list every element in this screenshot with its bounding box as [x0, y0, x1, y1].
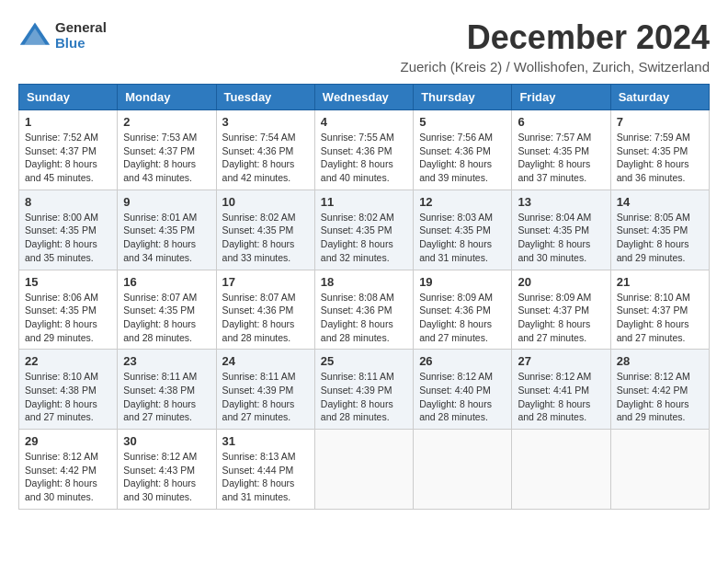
day-info: Sunrise: 7:52 AMSunset: 4:37 PMDaylight:…	[25, 131, 111, 185]
day-info-line: Sunset: 4:37 PM	[518, 304, 589, 316]
day-info: Sunrise: 8:11 AMSunset: 4:38 PMDaylight:…	[123, 370, 210, 424]
day-info: Sunrise: 7:53 AMSunset: 4:37 PMDaylight:…	[123, 131, 210, 185]
day-info-line: Sunrise: 8:13 AM	[222, 451, 296, 462]
day-info: Sunrise: 8:02 AMSunset: 4:35 PMDaylight:…	[321, 211, 407, 265]
day-info-line: Daylight: 8 hours and 27 minutes.	[25, 398, 97, 423]
calendar-week-3: 22Sunrise: 8:10 AMSunset: 4:38 PMDayligh…	[19, 350, 710, 430]
day-info-line: Sunrise: 7:53 AM	[123, 132, 197, 143]
day-info: Sunrise: 8:07 AMSunset: 4:35 PMDaylight:…	[123, 291, 210, 345]
day-info-line: Daylight: 8 hours and 43 minutes.	[123, 158, 196, 183]
day-info-line: Sunrise: 8:12 AM	[419, 371, 493, 382]
day-info-line: Sunrise: 7:54 AM	[222, 132, 296, 143]
calendar-cell: 30Sunrise: 8:12 AMSunset: 4:43 PMDayligh…	[118, 430, 216, 510]
day-number: 14	[617, 195, 703, 209]
day-info-line: Sunset: 4:38 PM	[25, 385, 97, 396]
day-number: 7	[617, 115, 703, 129]
day-info-line: Sunrise: 8:12 AM	[617, 371, 690, 382]
day-info-line: Daylight: 8 hours and 29 minutes.	[617, 238, 689, 263]
day-info: Sunrise: 8:12 AMSunset: 4:42 PMDaylight:…	[25, 450, 111, 504]
day-info: Sunrise: 8:09 AMSunset: 4:36 PMDaylight:…	[419, 291, 506, 345]
calendar-cell: 21Sunrise: 8:10 AMSunset: 4:37 PMDayligh…	[610, 270, 709, 350]
day-number: 28	[617, 354, 703, 368]
day-info: Sunrise: 7:59 AMSunset: 4:35 PMDaylight:…	[617, 131, 703, 185]
calendar-cell: 17Sunrise: 8:07 AMSunset: 4:36 PMDayligh…	[216, 270, 314, 350]
day-info: Sunrise: 8:04 AMSunset: 4:35 PMDaylight:…	[518, 211, 604, 265]
calendar-cell: 23Sunrise: 8:11 AMSunset: 4:38 PMDayligh…	[118, 350, 216, 430]
day-number: 12	[419, 195, 506, 209]
day-info-line: Daylight: 8 hours and 28 minutes.	[518, 398, 590, 423]
day-number: 25	[321, 354, 407, 368]
day-info: Sunrise: 8:13 AMSunset: 4:44 PMDaylight:…	[222, 450, 309, 504]
day-number: 19	[419, 275, 506, 289]
calendar-cell: 1Sunrise: 7:52 AMSunset: 4:37 PMDaylight…	[19, 110, 118, 190]
day-info-line: Daylight: 8 hours and 27 minutes.	[123, 398, 196, 423]
header-friday: Friday	[512, 85, 610, 110]
day-info-line: Daylight: 8 hours and 28 minutes.	[222, 318, 295, 343]
day-info-line: Sunset: 4:35 PM	[518, 224, 589, 236]
day-info-line: Sunrise: 7:59 AM	[617, 132, 690, 143]
day-info-line: Sunset: 4:35 PM	[25, 304, 97, 316]
logo-general: General	[55, 19, 107, 35]
day-info: Sunrise: 7:56 AMSunset: 4:36 PMDaylight:…	[419, 131, 506, 185]
day-info: Sunrise: 8:10 AMSunset: 4:37 PMDaylight:…	[617, 291, 703, 345]
day-info-line: Daylight: 8 hours and 28 minutes.	[321, 398, 393, 423]
header-thursday: Thursday	[414, 85, 512, 110]
calendar-cell: 13Sunrise: 8:04 AMSunset: 4:35 PMDayligh…	[512, 190, 610, 270]
day-info-line: Sunrise: 8:08 AM	[321, 292, 394, 303]
day-number: 17	[222, 275, 309, 289]
day-info-line: Sunrise: 8:11 AM	[222, 371, 296, 382]
day-info: Sunrise: 7:55 AMSunset: 4:36 PMDaylight:…	[321, 131, 407, 185]
day-info-line: Daylight: 8 hours and 42 minutes.	[222, 158, 295, 183]
calendar-cell: 8Sunrise: 8:00 AMSunset: 4:35 PMDaylight…	[19, 190, 118, 270]
day-info-line: Sunrise: 8:05 AM	[617, 212, 690, 223]
calendar-cell	[314, 430, 413, 510]
calendar-cell: 31Sunrise: 8:13 AMSunset: 4:44 PMDayligh…	[216, 430, 314, 510]
day-info-line: Daylight: 8 hours and 28 minutes.	[321, 318, 393, 343]
day-info: Sunrise: 8:12 AMSunset: 4:43 PMDaylight:…	[123, 450, 210, 504]
day-info: Sunrise: 8:11 AMSunset: 4:39 PMDaylight:…	[222, 370, 309, 424]
day-info-line: Sunset: 4:35 PM	[123, 224, 195, 236]
day-number: 8	[25, 195, 111, 209]
calendar-cell: 28Sunrise: 8:12 AMSunset: 4:42 PMDayligh…	[610, 350, 709, 430]
calendar-cell: 16Sunrise: 8:07 AMSunset: 4:35 PMDayligh…	[118, 270, 216, 350]
day-number: 26	[419, 354, 506, 368]
month-title: December 2024	[400, 18, 710, 57]
day-info: Sunrise: 8:01 AMSunset: 4:35 PMDaylight:…	[123, 211, 210, 265]
calendar-cell: 18Sunrise: 8:08 AMSunset: 4:36 PMDayligh…	[314, 270, 413, 350]
calendar-cell	[512, 430, 610, 510]
day-info-line: Daylight: 8 hours and 31 minutes.	[419, 238, 492, 263]
day-info-line: Sunset: 4:43 PM	[123, 465, 195, 476]
day-info-line: Sunrise: 7:57 AM	[518, 132, 591, 143]
calendar-cell: 19Sunrise: 8:09 AMSunset: 4:36 PMDayligh…	[414, 270, 512, 350]
calendar-cell: 2Sunrise: 7:53 AMSunset: 4:37 PMDaylight…	[118, 110, 216, 190]
day-info-line: Sunrise: 7:55 AM	[321, 132, 394, 143]
day-info-line: Daylight: 8 hours and 35 minutes.	[25, 238, 97, 263]
logo-blue: Blue	[55, 35, 107, 51]
day-info: Sunrise: 8:09 AMSunset: 4:37 PMDaylight:…	[518, 291, 604, 345]
day-number: 30	[123, 434, 210, 448]
day-info-line: Daylight: 8 hours and 27 minutes.	[617, 318, 689, 343]
calendar-cell: 10Sunrise: 8:02 AMSunset: 4:35 PMDayligh…	[216, 190, 314, 270]
day-info-line: Daylight: 8 hours and 27 minutes.	[419, 318, 492, 343]
day-info: Sunrise: 8:12 AMSunset: 4:42 PMDaylight:…	[617, 370, 703, 424]
day-number: 6	[518, 115, 604, 129]
day-info-line: Sunset: 4:36 PM	[321, 304, 392, 316]
day-info-line: Sunset: 4:39 PM	[321, 385, 392, 396]
day-info-line: Sunrise: 8:12 AM	[518, 371, 591, 382]
logo-icon	[18, 18, 51, 52]
day-number: 9	[123, 195, 210, 209]
calendar-week-2: 15Sunrise: 8:06 AMSunset: 4:35 PMDayligh…	[19, 270, 710, 350]
calendar-cell: 12Sunrise: 8:03 AMSunset: 4:35 PMDayligh…	[414, 190, 512, 270]
day-info-line: Daylight: 8 hours and 30 minutes.	[123, 477, 196, 502]
day-number: 23	[123, 354, 210, 368]
day-info-line: Daylight: 8 hours and 45 minutes.	[25, 158, 97, 183]
day-info-line: Daylight: 8 hours and 29 minutes.	[617, 398, 689, 423]
header-wednesday: Wednesday	[314, 85, 413, 110]
day-info-line: Sunrise: 8:00 AM	[25, 212, 98, 223]
calendar-table: SundayMondayTuesdayWednesdayThursdayFrid…	[18, 84, 710, 510]
day-info-line: Daylight: 8 hours and 40 minutes.	[321, 158, 393, 183]
calendar-cell: 24Sunrise: 8:11 AMSunset: 4:39 PMDayligh…	[216, 350, 314, 430]
day-info-line: Sunrise: 8:10 AM	[617, 292, 690, 303]
day-number: 2	[123, 115, 210, 129]
day-number: 11	[321, 195, 407, 209]
